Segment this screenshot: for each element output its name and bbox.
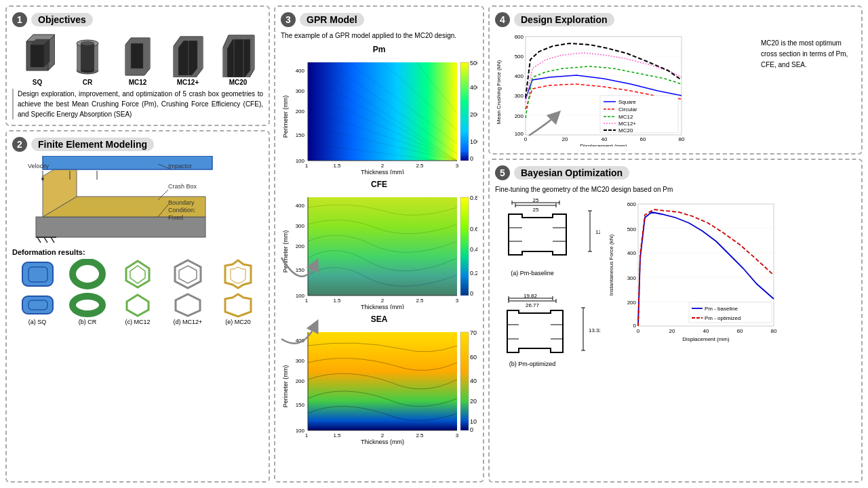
gpr-description: The example of a GPR model applied to th… [281,31,477,41]
svg-text:Square: Square [618,99,636,105]
deform-row-1 [12,259,263,289]
svg-marker-57 [130,266,145,283]
svg-text:(b) Pm-optimized: (b) Pm-optimized [509,361,556,367]
svg-text:300: 300 [515,93,524,99]
mc12plus-label: MC12+ [177,79,199,86]
deform-mc20-icon [220,259,257,289]
svg-text:Thickness (mm): Thickness (mm) [361,304,404,309]
svg-marker-26 [227,39,250,77]
svg-text:150: 150 [296,267,305,273]
svg-marker-66 [176,294,200,316]
svg-text:60: 60 [737,328,743,334]
deform-mc20-crushed: (e) MC20 [220,292,257,325]
deform-mc12plus-label: (d) MC12+ [174,319,203,325]
shape-mc12: MC12 [120,31,155,86]
pm-contour-svg: 500 400 200 100 0 1 1.5 2 2.5 3 100 [281,56,477,174]
optimized-svg: 19.82 26.77 13.32 [495,293,600,391]
svg-text:60: 60 [640,136,646,142]
svg-text:200: 200 [296,243,305,249]
svg-text:Perimeter (mm): Perimeter (mm) [282,230,289,273]
svg-text:12.5: 12.5 [595,229,600,235]
svg-text:0.2: 0.2 [470,270,477,277]
svg-line-49 [37,237,41,243]
svg-text:20: 20 [562,136,568,142]
deform-cr-label: (b) CR [79,319,97,325]
svg-text:80: 80 [771,328,777,334]
svg-text:300: 300 [296,223,305,229]
svg-text:25: 25 [533,207,539,213]
deform-mc20 [220,259,257,289]
design-number: 4 [495,12,510,27]
shape-mc20: MC20 [220,31,256,86]
svg-text:80: 80 [679,136,685,142]
svg-text:400: 400 [470,84,477,91]
svg-text:Thickness (mm): Thickness (mm) [361,169,404,174]
main-container: 1 Objectives SQ [0,0,868,488]
deform-mc20-crushed-icon [220,292,257,318]
gpr-header: 3 GPR Model [281,12,477,27]
svg-text:400: 400 [296,68,305,74]
svg-text:100: 100 [296,428,305,434]
svg-marker-203 [507,310,563,352]
svg-text:20: 20 [470,398,477,405]
deform-sq-icon [19,259,56,289]
fem-diagram: Velocity Impactor Crash Box Boundary Con… [22,156,253,244]
svg-text:40: 40 [470,378,477,384]
deform-title: Deformation results: [12,248,263,256]
svg-text:200: 200 [515,113,524,119]
panel-gpr: 3 GPR Model The example of a GPR model a… [274,5,484,483]
sea-title: SEA [281,314,477,324]
svg-text:(a) Pm-baseline: (a) Pm-baseline [511,270,554,277]
svg-text:Pm - optimized: Pm - optimized [705,315,741,321]
right-column: 4 Design Exploration 600 [488,5,863,483]
deform-mc12-crushed: (c) MC12 [119,292,157,325]
svg-rect-62 [22,296,53,314]
cr-icon [70,31,105,77]
svg-rect-102 [460,197,469,296]
svg-text:19.82: 19.82 [524,293,538,299]
bayesian-chart-area: 600 500 400 300 200 0 0 20 40 60 80 [608,197,856,392]
svg-text:100: 100 [515,131,524,137]
svg-marker-65 [127,295,149,316]
svg-text:1.5: 1.5 [333,298,341,304]
deform-sq-label: (a) SQ [28,319,47,325]
panel-fem: 2 Finite Element Modeling Velocity [5,130,270,483]
svg-text:20: 20 [669,328,675,334]
bayesian-sections: 25 25 12.5 [495,197,604,392]
svg-text:600: 600 [627,201,637,207]
svg-text:100: 100 [470,138,477,145]
svg-text:300: 300 [627,275,637,281]
deform-mc12plus [170,259,207,289]
svg-text:40: 40 [703,328,709,334]
svg-marker-14 [131,43,143,68]
svg-text:70: 70 [470,329,477,336]
svg-text:2: 2 [381,163,384,169]
svg-marker-61 [231,267,245,283]
bayesian-description: Fine-tuning the geometry of the MC20 des… [495,184,856,195]
sea-contour: SEA [281,314,477,447]
svg-text:2.5: 2.5 [416,163,424,169]
shape-mc12plus: MC12+ [170,31,205,86]
design-title: Design Exploration [514,13,614,26]
design-header: 4 Design Exploration [495,12,856,27]
svg-text:400: 400 [296,338,305,344]
shapes-row: SQ CR [12,31,263,86]
deform-cr-crushed-icon [69,292,106,318]
deform-sq [19,259,56,289]
svg-text:0: 0 [524,136,528,142]
svg-text:Perimeter (mm): Perimeter (mm) [282,96,289,138]
deform-sq-crushed: (a) SQ [19,292,56,325]
sea-contour-svg: 70 60 40 20 10 0 1 1.5 2 2.5 3 100 150 [281,325,477,447]
svg-text:500: 500 [627,226,637,232]
svg-marker-20 [178,41,197,75]
svg-text:Mean Crushing Force (kN): Mean Crushing Force (kN) [496,60,502,125]
svg-rect-10 [81,43,94,70]
objectives-number: 1 [12,12,27,27]
pm-title: Pm [281,45,477,54]
deform-sq-crushed-icon [19,292,56,318]
svg-text:13.32: 13.32 [589,327,600,333]
svg-text:40: 40 [601,136,608,142]
svg-text:200: 200 [296,108,305,115]
sq-label: SQ [33,79,42,86]
svg-text:1.5: 1.5 [333,432,341,439]
